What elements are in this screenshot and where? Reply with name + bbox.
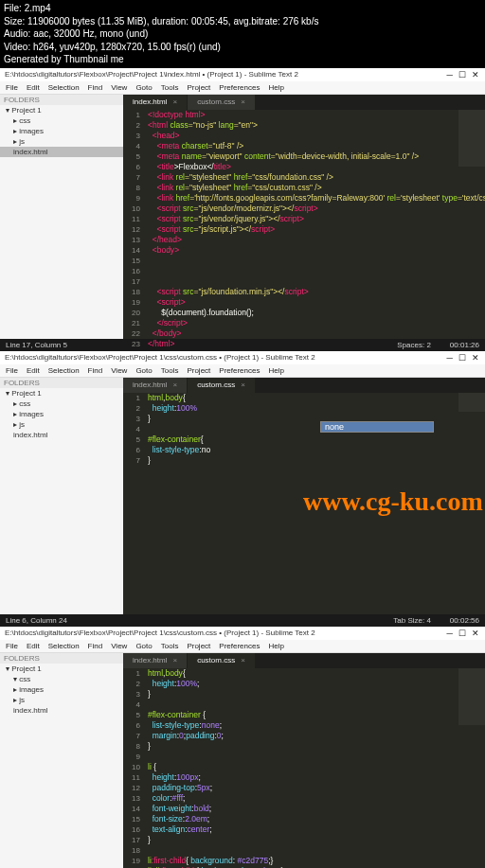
video-metadata: File: 2.mp4 Size: 11906000 bytes (11.35 … bbox=[0, 0, 485, 68]
sidebar: FOLDERS ▾ Project 1 ▾ css ▸ images ▸ js … bbox=[0, 653, 123, 869]
tab-close-icon[interactable]: × bbox=[172, 381, 177, 389]
menu-goto[interactable]: Goto bbox=[135, 642, 152, 650]
menu-tools[interactable]: Tools bbox=[161, 366, 179, 375]
tab-custom[interactable]: custom.css× bbox=[188, 653, 256, 668]
menu-selection[interactable]: Selection bbox=[48, 83, 80, 92]
menu-help[interactable]: Help bbox=[268, 83, 283, 92]
sidebar-css[interactable]: ▸ css bbox=[0, 115, 123, 126]
menu-edit[interactable]: Edit bbox=[27, 642, 40, 650]
sidebar-images[interactable]: ▸ images bbox=[0, 126, 123, 136]
close-icon[interactable]: ✕ bbox=[472, 70, 479, 80]
titlebar: E:\htdocs\digitaltutors\Flexbox\Project\… bbox=[0, 351, 485, 364]
minimap[interactable] bbox=[458, 110, 485, 167]
close-icon[interactable]: ✕ bbox=[472, 353, 479, 363]
editor[interactable]: index.html× custom.css× 1 2 3 4 5 6 7 8 … bbox=[123, 653, 485, 869]
sidebar-project[interactable]: ▾ Project 1 bbox=[0, 664, 123, 674]
sidebar-index[interactable]: index.html bbox=[0, 430, 123, 440]
window-title: E:\htdocs\digitaltutors\Flexbox\Project\… bbox=[5, 70, 298, 79]
window-title: E:\htdocs\digitaltutors\Flexbox\Project\… bbox=[5, 629, 315, 637]
minimap[interactable] bbox=[458, 668, 485, 725]
tab-close-icon[interactable]: × bbox=[172, 97, 177, 106]
tab-custom[interactable]: custom.css× bbox=[188, 378, 256, 393]
code-area[interactable]: html,body{ height:100%; } #flex-containe… bbox=[148, 668, 457, 869]
menu-find[interactable]: Find bbox=[88, 83, 103, 92]
menu-preferences[interactable]: Preferences bbox=[219, 642, 260, 650]
menu-project[interactable]: Project bbox=[187, 83, 210, 92]
line-gutter: 1 2 3 4 5 6 7 8 9 10 11 12 13 14 15 16 1… bbox=[123, 668, 144, 869]
minimize-icon[interactable]: ─ bbox=[447, 629, 453, 638]
menu-edit[interactable]: Edit bbox=[27, 83, 40, 92]
menu-file[interactable]: File bbox=[6, 83, 18, 92]
file-line: File: 2.mp4 bbox=[4, 2, 481, 15]
audio-line: Audio: aac, 32000 Hz, mono (und) bbox=[4, 27, 481, 41]
menu-find[interactable]: Find bbox=[88, 642, 103, 650]
tab-index[interactable]: index.html× bbox=[123, 653, 188, 668]
maximize-icon[interactable]: ☐ bbox=[458, 353, 466, 363]
editor[interactable]: index.html× custom.css× 1 2 3 4 5 6 7 8 … bbox=[123, 95, 485, 339]
tab-close-icon[interactable]: × bbox=[172, 656, 177, 664]
sidebar-images[interactable]: ▸ images bbox=[0, 684, 123, 695]
cursor-pos: Line 17, Column 5 bbox=[6, 341, 67, 349]
size-line: Size: 11906000 bytes (11.35 MiB), durati… bbox=[4, 15, 481, 28]
menubar: File Edit Selection Find View Goto Tools… bbox=[0, 640, 485, 653]
tab-custom[interactable]: custom.css× bbox=[188, 95, 256, 110]
window-1: E:\htdocs\digitaltutors\Flexbox\Project\… bbox=[0, 68, 485, 351]
tab-index[interactable]: index.html× bbox=[123, 378, 188, 393]
menu-help[interactable]: Help bbox=[268, 642, 283, 650]
menu-goto[interactable]: Goto bbox=[135, 366, 152, 375]
sidebar-project[interactable]: ▾ Project 1 bbox=[0, 388, 123, 399]
menu-preferences[interactable]: Preferences bbox=[219, 366, 260, 375]
menu-tools[interactable]: Tools bbox=[161, 642, 179, 650]
menu-preferences[interactable]: Preferences bbox=[219, 83, 260, 92]
titlebar: E:\htdocs\digitaltutors\Flexbox\Project\… bbox=[0, 627, 485, 640]
menu-view[interactable]: View bbox=[111, 642, 127, 650]
autocomplete-option[interactable]: none bbox=[321, 422, 433, 432]
menu-project[interactable]: Project bbox=[187, 642, 210, 650]
menubar: File Edit Selection Find View Goto Tools… bbox=[0, 81, 485, 95]
line-gutter: 1 2 3 4 5 6 7 8 9 10 11 12 13 14 15 16 1… bbox=[123, 110, 144, 339]
code-area[interactable]: <!doctype html> <html class="no-js" lang… bbox=[148, 110, 457, 349]
close-icon[interactable]: ✕ bbox=[472, 629, 479, 638]
menu-file[interactable]: File bbox=[6, 366, 18, 375]
menu-tools[interactable]: Tools bbox=[161, 83, 179, 92]
menu-file[interactable]: File bbox=[6, 642, 18, 650]
sidebar-index[interactable]: index.html bbox=[0, 705, 123, 716]
tab-close-icon[interactable]: × bbox=[241, 656, 245, 664]
sidebar-images[interactable]: ▸ images bbox=[0, 409, 123, 419]
maximize-icon[interactable]: ☐ bbox=[458, 70, 466, 80]
menu-help[interactable]: Help bbox=[268, 366, 283, 375]
maximize-icon[interactable]: ☐ bbox=[458, 629, 466, 638]
statusbar: Line 6, Column 24 Tab Size: 4 00:02:56 bbox=[0, 614, 485, 627]
menu-find[interactable]: Find bbox=[88, 366, 103, 375]
menu-edit[interactable]: Edit bbox=[27, 366, 40, 375]
menu-project[interactable]: Project bbox=[187, 366, 210, 375]
sidebar-css[interactable]: ▾ css bbox=[0, 674, 123, 684]
minimap[interactable] bbox=[458, 393, 485, 412]
tab-close-icon[interactable]: × bbox=[241, 97, 245, 106]
sidebar-js[interactable]: ▸ js bbox=[0, 136, 123, 147]
minimize-icon[interactable]: ─ bbox=[447, 70, 453, 80]
minimize-icon[interactable]: ─ bbox=[447, 353, 453, 363]
tab-close-icon[interactable]: × bbox=[241, 381, 245, 389]
menu-selection[interactable]: Selection bbox=[48, 366, 80, 375]
autocomplete-popup[interactable]: none bbox=[320, 421, 434, 433]
editor[interactable]: index.html× custom.css× 1 2 3 4 5 6 7 ht… bbox=[123, 378, 485, 614]
sidebar-js[interactable]: ▸ js bbox=[0, 695, 123, 705]
window-3: E:\htdocs\digitaltutors\Flexbox\Project\… bbox=[0, 627, 485, 869]
sidebar-header: FOLDERS bbox=[0, 378, 123, 388]
sidebar-project[interactable]: ▾ Project 1 bbox=[0, 105, 123, 115]
indent-mode[interactable]: Tab Size: 4 bbox=[393, 616, 431, 625]
sidebar-index[interactable]: index.html bbox=[0, 147, 123, 157]
window-title: E:\htdocs\digitaltutors\Flexbox\Project\… bbox=[5, 353, 315, 362]
menu-view[interactable]: View bbox=[111, 83, 127, 92]
tab-index[interactable]: index.html× bbox=[123, 95, 188, 110]
menu-goto[interactable]: Goto bbox=[135, 83, 152, 92]
menu-view[interactable]: View bbox=[111, 366, 127, 375]
sidebar: FOLDERS ▾ Project 1 ▸ css ▸ images ▸ js … bbox=[0, 378, 123, 614]
sidebar-js[interactable]: ▸ js bbox=[0, 419, 123, 430]
watermark: www.cg-ku.com bbox=[303, 487, 483, 517]
menu-selection[interactable]: Selection bbox=[48, 642, 80, 650]
cursor-pos: Line 6, Column 24 bbox=[6, 616, 67, 625]
video-line: Video: h264, yuv420p, 1280x720, 15.00 fp… bbox=[4, 41, 481, 54]
sidebar-css[interactable]: ▸ css bbox=[0, 399, 123, 409]
